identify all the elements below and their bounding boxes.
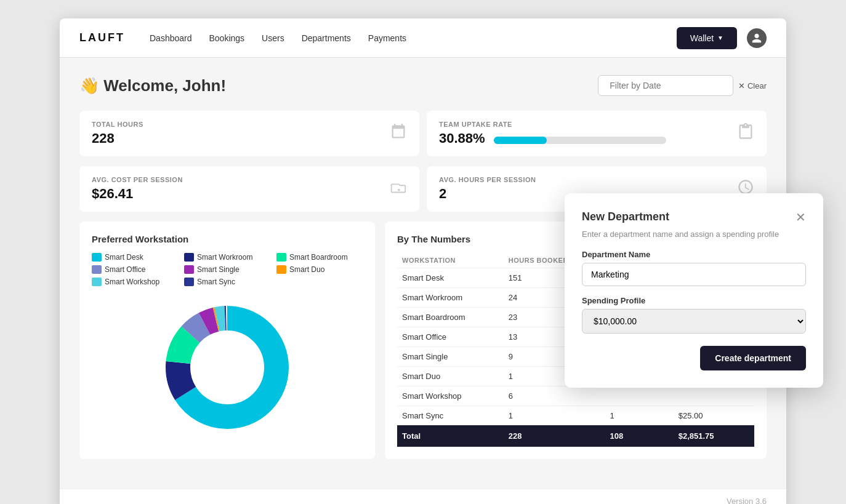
chart-legend: Smart Desk Smart Workroom Smart Boardroo…: [92, 253, 363, 286]
legend-smart-workroom: Smart Workroom: [184, 253, 270, 262]
total-hours-value: 228: [92, 130, 143, 146]
spending-profile-label: Spending Profile: [582, 296, 806, 305]
welcome-heading: 👋 Welcome, John!: [79, 76, 226, 95]
avg-hours-value: 2: [439, 186, 536, 202]
legend-smart-sync: Smart Sync: [184, 278, 270, 286]
nav-bookings[interactable]: Bookings: [209, 33, 244, 43]
stats-row-1: TOTAL HOURS 228 TEAM UPTAKE RATE 30.88%: [79, 111, 767, 156]
preferred-workstation-title: Preferred Workstation: [92, 234, 363, 244]
total-hours-card: TOTAL HOURS 228: [79, 111, 419, 156]
modal-subtitle: Enter a department name and assign a spe…: [582, 230, 806, 239]
clear-filter-button[interactable]: ✕ Clear: [738, 81, 767, 90]
team-uptake-card: TEAM UPTAKE RATE 30.88%: [427, 111, 767, 156]
create-department-button[interactable]: Create department: [700, 346, 806, 370]
total-hours-label: TOTAL HOURS: [92, 121, 143, 128]
legend-smart-workshop: Smart Workshop: [92, 278, 178, 286]
legend-smart-office: Smart Office: [92, 265, 178, 274]
legend-smart-boardroom: Smart Boardroom: [276, 253, 363, 262]
new-department-modal: New Department ✕ Enter a department name…: [565, 193, 823, 388]
main-content: 👋 Welcome, John! ✕ Clear TOTAL HOURS 228…: [60, 58, 786, 489]
user-avatar[interactable]: [747, 28, 767, 48]
nav-links: Dashboard Bookings Users Departments Pay…: [150, 33, 677, 43]
preferred-workstation-card: Preferred Workstation Smart Desk Smart W…: [79, 222, 375, 459]
legend-smart-desk: Smart Desk: [92, 253, 178, 262]
table-row: Smart Workshop 6: [397, 386, 754, 406]
dept-name-label: Department Name: [582, 250, 806, 259]
spending-profile-select[interactable]: $10,000.00 $5,000.00 $2,500.00 $1,000.00: [582, 309, 806, 334]
version-label: Version 3.6: [60, 489, 786, 504]
total-row: Total 228 108 $2,851.75: [397, 425, 754, 447]
avg-cost-value: $26.41: [92, 186, 183, 202]
modal-footer: Create department: [582, 346, 806, 370]
total-cost: $2,851.75: [674, 425, 754, 447]
wallet-chevron-icon: ▼: [717, 34, 723, 41]
donut-chart: [92, 294, 363, 441]
money-hand-icon: [389, 178, 407, 199]
legend-smart-single: Smart Single: [184, 265, 270, 274]
nav-departments[interactable]: Departments: [302, 33, 351, 43]
modal-title: New Department: [582, 210, 669, 223]
team-uptake-value: 30.88%: [439, 130, 485, 146]
avg-cost-card: AVG. COST PER SESSION $26.41: [79, 166, 419, 212]
table-row: Smart Sync 1 1 $25.00: [397, 406, 754, 426]
logo: LAUFT: [79, 31, 125, 44]
team-uptake-progress-inner: [494, 137, 547, 144]
modal-close-button[interactable]: ✕: [796, 211, 806, 223]
nav-payments[interactable]: Payments: [368, 33, 406, 43]
dept-name-input[interactable]: [582, 263, 806, 286]
wallet-button[interactable]: Wallet ▼: [677, 27, 737, 49]
nav-right: Wallet ▼: [677, 27, 767, 49]
svg-point-8: [191, 332, 263, 403]
modal-header: New Department ✕: [582, 210, 806, 223]
nav-dashboard[interactable]: Dashboard: [150, 33, 192, 43]
date-filter-input[interactable]: [598, 75, 733, 96]
avg-cost-label: AVG. COST PER SESSION: [92, 176, 183, 183]
nav-users[interactable]: Users: [262, 33, 284, 43]
avg-hours-label: AVG. HOURS PER SESSION: [439, 176, 536, 183]
navbar: LAUFT Dashboard Bookings Users Departmen…: [60, 18, 786, 58]
total-hours: 228: [504, 425, 605, 447]
col-workstation: WORKSTATION: [397, 253, 504, 268]
welcome-bar: 👋 Welcome, John! ✕ Clear: [79, 75, 767, 96]
total-sessions: 108: [605, 425, 674, 447]
calendar-icon: [390, 123, 407, 144]
team-uptake-progress-outer: [494, 137, 666, 144]
total-label: Total: [397, 425, 504, 447]
team-uptake-label: TEAM UPTAKE RATE: [439, 121, 737, 128]
filter-bar: ✕ Clear: [598, 75, 767, 96]
legend-smart-duo: Smart Duo: [276, 265, 363, 274]
clipboard-icon: [737, 123, 754, 144]
wallet-label: Wallet: [690, 33, 714, 43]
